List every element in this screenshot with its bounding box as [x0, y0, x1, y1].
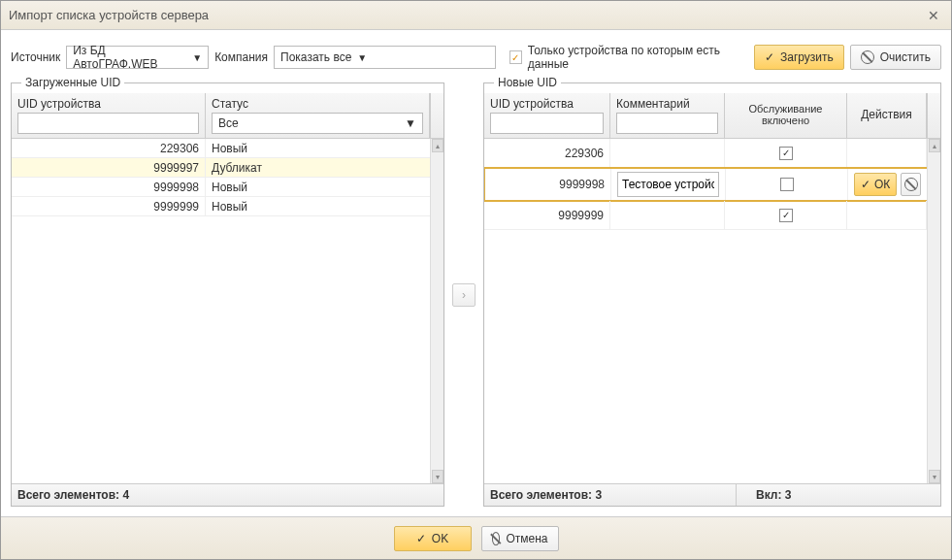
check-icon	[782, 210, 790, 220]
close-icon	[928, 8, 939, 23]
clear-button[interactable]: Очистить	[850, 45, 941, 70]
check-icon	[782, 148, 790, 158]
row-uid: 9999998	[12, 178, 206, 196]
loaded-grid-body[interactable]: 229306Новый9999997Дубликат9999998Новый99…	[12, 139, 443, 483]
row-status: Дубликат	[206, 158, 443, 177]
loaded-status-filter-value: Все	[218, 116, 239, 130]
row-comment	[610, 201, 725, 229]
loaded-header-uid: UID устройства	[17, 97, 199, 111]
window-title: Импорт списка устройств сервера	[9, 8, 924, 22]
loaded-status-filter[interactable]: Все ▼	[212, 113, 423, 134]
new-grid-header: UID устройства Комментарий Обслуживание …	[484, 93, 940, 139]
check-icon	[416, 532, 426, 545]
new-grid-body[interactable]: 2293069999998ОК9999999 ▴ ▾	[484, 139, 940, 483]
check-icon	[765, 50, 774, 64]
table-row[interactable]: 9999998Новый	[12, 178, 443, 197]
table-row[interactable]: 229306	[484, 139, 940, 168]
new-grid-footer: Всего элементов: 3 Вкл: 3	[484, 483, 940, 506]
loaded-uid-panel: Загруженные UID UID устройства Статус Вс…	[11, 82, 444, 507]
scroll-down-icon[interactable]: ▾	[432, 470, 443, 483]
transfer-area: ›	[452, 82, 476, 507]
company-select[interactable]: Показать все ▼	[274, 46, 496, 69]
loaded-grid-header: UID устройства Статус Все ▼	[12, 93, 443, 139]
row-uid: 9999998	[485, 169, 611, 200]
loaded-uid-legend: Загруженные UID	[21, 76, 124, 89]
new-header-actions: Действия	[861, 108, 912, 121]
table-row[interactable]: 9999997Дубликат	[12, 158, 443, 178]
row-actions	[847, 139, 927, 167]
source-select[interactable]: Из БД АвтоГРАФ.WEB ▼	[66, 46, 209, 69]
service-checkbox[interactable]	[780, 178, 794, 191]
cancel-button-label: Отмена	[506, 532, 547, 545]
row-service	[725, 139, 847, 167]
transfer-button[interactable]: ›	[452, 283, 476, 307]
table-row[interactable]: 9999999	[484, 201, 940, 230]
row-uid: 9999999	[484, 201, 610, 229]
row-comment	[610, 139, 725, 167]
new-header-uid: UID устройства	[490, 97, 604, 111]
loaded-footer-total: Всего элементов: 4	[12, 484, 443, 506]
chevron-right-icon: ›	[462, 288, 466, 302]
new-comment-filter[interactable]	[616, 113, 718, 134]
new-header-comment: Комментарий	[616, 97, 718, 111]
chevron-down-icon: ▼	[405, 116, 416, 130]
forbid-icon	[904, 178, 918, 191]
row-ok-button[interactable]: ОК	[854, 173, 897, 196]
load-button-label: Загрузить	[780, 50, 834, 64]
row-uid: 9999997	[12, 158, 206, 177]
source-label: Источник	[11, 50, 60, 64]
row-actions	[847, 201, 927, 229]
load-button[interactable]: Загрузить	[754, 45, 844, 70]
titlebar: Импорт списка устройств сервера	[1, 1, 951, 30]
scroll-down-icon[interactable]: ▾	[929, 470, 940, 483]
scroll-up-icon[interactable]: ▴	[432, 139, 443, 152]
company-select-value: Показать все	[280, 50, 351, 64]
new-footer-enabled: Вкл: 3	[737, 484, 940, 506]
scroll-up-icon[interactable]: ▴	[929, 139, 940, 152]
comment-input[interactable]	[617, 172, 719, 197]
row-service	[726, 169, 848, 200]
row-uid: 229306	[12, 139, 206, 157]
loaded-header-status: Статус	[212, 97, 423, 111]
scrollbar[interactable]: ▴ ▾	[430, 139, 443, 483]
chevron-down-icon: ▼	[192, 52, 202, 63]
row-service	[725, 201, 847, 229]
row-actions: ОК	[848, 169, 928, 200]
cancel-button[interactable]: Отмена	[481, 526, 559, 551]
new-uid-filter[interactable]	[490, 113, 604, 134]
check-icon	[861, 178, 870, 191]
close-button[interactable]	[924, 6, 943, 25]
only-data-checkbox[interactable]	[509, 50, 522, 64]
loaded-grid-footer: Всего элементов: 4	[12, 483, 443, 506]
row-uid: 229306	[484, 139, 610, 167]
chevron-down-icon: ▼	[357, 52, 367, 63]
new-uid-panel: Новые UID UID устройства Комментарий Обс…	[483, 82, 941, 507]
row-comment	[611, 169, 726, 200]
toolbar: Источник Из БД АвтоГРАФ.WEB ▼ Компания П…	[11, 40, 941, 82]
new-footer-total: Всего элементов: 3	[484, 484, 737, 506]
scrollbar[interactable]: ▴ ▾	[927, 139, 940, 483]
loaded-uid-filter[interactable]	[17, 113, 199, 134]
service-checkbox[interactable]	[779, 147, 793, 160]
dialog-footer: OK Отмена	[1, 516, 951, 559]
table-row[interactable]: 229306Новый	[12, 139, 443, 158]
only-data-checkbox-wrap[interactable]: Только устройства по которым есть данные	[509, 44, 742, 71]
row-uid: 9999999	[12, 197, 206, 215]
row-cancel-button[interactable]	[901, 173, 921, 196]
forbid-icon	[861, 50, 874, 64]
only-data-label: Только устройства по которым есть данные	[528, 44, 742, 71]
forbid-icon	[492, 532, 501, 545]
ok-button-label: OK	[432, 532, 448, 545]
row-status: Новый	[206, 178, 443, 196]
company-label: Компания	[214, 50, 268, 64]
table-row[interactable]: 9999999Новый	[12, 197, 443, 216]
row-status: Новый	[206, 139, 443, 157]
new-uid-legend: Новые UID	[494, 76, 561, 89]
service-checkbox[interactable]	[779, 209, 793, 222]
new-header-service: Обслуживание включено	[731, 103, 840, 126]
ok-button[interactable]: OK	[394, 526, 472, 551]
table-row[interactable]: 9999998ОК	[484, 168, 940, 201]
source-select-value: Из БД АвтоГРАФ.WEB	[73, 44, 186, 71]
row-status: Новый	[206, 197, 443, 215]
row-ok-label: ОК	[874, 178, 890, 191]
